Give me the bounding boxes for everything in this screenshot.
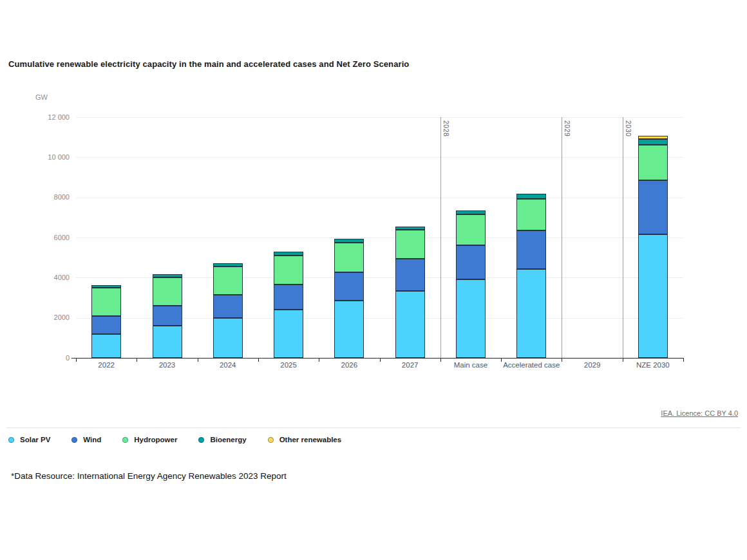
wind-segment [213,295,243,317]
solar-pv-segment [91,334,121,358]
hydropower-segment [274,256,303,285]
hydropower-segment [638,145,668,180]
y-axis-zero-tick [71,358,76,359]
legend-label: Other renewables [279,436,342,443]
legend-divider [6,427,741,428]
y-axis-tick-label: 6000 [0,234,70,241]
annotation-line-2030 [623,117,623,358]
hydropower-segment [334,243,364,272]
bar-main-case [456,210,486,358]
legend-label: Hydropower [134,436,177,443]
y-axis-tick-label: 0 [0,354,70,362]
legend-item-wind[interactable]: Wind [71,436,101,443]
legend-label: Bioenergy [210,436,246,443]
hydropower-segment [456,214,486,245]
x-axis-label: NZE 2030 [623,361,683,369]
bioenergy-segment [516,194,546,198]
bar-nze-2030 [638,136,668,358]
x-axis-label: 2026 [319,361,379,369]
gridline [76,238,683,238]
wind-segment [395,259,425,290]
wind-segment [334,272,364,300]
annotation-line-2029 [562,117,562,358]
bar-2022 [91,285,121,358]
x-axis-label: Main case [440,361,501,369]
hydropower-segment [213,266,243,295]
annotation-label-2030: 2030 [625,120,632,136]
solar-pv-segment [153,326,182,358]
solar-pv-segment [638,234,668,358]
legend-swatch-icon [268,437,274,443]
legend-label: Wind [83,436,101,443]
hydropower-segment [516,199,546,231]
wind-segment [153,306,182,326]
annotation-label-2029: 2029 [563,120,571,136]
solar-pv-segment [334,301,364,358]
bar-2023 [153,274,182,358]
wind-segment [638,180,668,235]
legend-item-other-renewables[interactable]: Other renewables [268,436,342,443]
legend-item-hydropower[interactable]: Hydropower [122,436,177,443]
y-axis-tick-label: 8000 [0,193,70,201]
gridline [76,198,683,198]
annotation-label-2028: 2028 [442,120,450,136]
solar-pv-segment [213,318,243,358]
x-axis-label: 2025 [258,361,319,369]
legend-swatch-icon [71,437,77,443]
chart-legend: Solar PVWindHydropowerBioenergyOther ren… [8,436,341,443]
x-axis-label: 2023 [137,361,197,369]
chart-title: Cumulative renewable electricity capacit… [8,59,409,69]
x-axis-label: Accelerated case [501,361,562,369]
solar-pv-segment [395,291,425,358]
bar-accelerated-case [516,194,546,358]
y-axis-tick-label: 12 000 [0,113,70,121]
wind-segment [274,285,303,310]
annotation-line-2028 [440,117,441,358]
gridline [76,157,683,158]
hydropower-segment [395,230,425,259]
solar-pv-segment [456,279,486,358]
x-axis-label: 2029 [562,361,622,369]
legend-swatch-icon [8,437,14,443]
licence-link[interactable]: IEA. Licence: CC BY 4.0 [661,409,738,417]
bar-2025 [274,252,303,358]
wind-segment [456,245,486,280]
y-axis-tick-label: 2000 [0,313,70,321]
legend-swatch-icon [198,437,204,443]
bar-2024 [213,263,243,358]
iea-chart-page: Cumulative renewable electricity capacit… [0,0,747,560]
y-axis-tick-label: 4000 [0,274,70,281]
legend-label: Solar PV [20,436,50,443]
bar-2027 [395,227,425,358]
wind-segment [91,316,121,334]
solar-pv-segment [516,269,546,358]
hydropower-segment [153,277,182,306]
y-axis-tick-label: 10 000 [0,153,70,161]
solar-pv-segment [274,310,303,358]
x-axis-label: 2024 [198,361,258,369]
x-axis-label: 2027 [380,361,440,369]
legend-item-solar-pv[interactable]: Solar PV [8,436,50,443]
y-axis-unit-label: GW [35,93,48,101]
bioenergy-segment [638,139,668,145]
gridline [76,117,683,118]
x-axis-tick [683,358,684,362]
hydropower-segment [91,288,121,316]
legend-item-bioenergy[interactable]: Bioenergy [198,436,246,443]
source-note: *Data Resource: International Energy Age… [11,471,287,481]
legend-swatch-icon [122,437,128,443]
x-axis-label: 2022 [76,361,137,369]
bar-2026 [334,239,364,358]
wind-segment [516,230,546,269]
